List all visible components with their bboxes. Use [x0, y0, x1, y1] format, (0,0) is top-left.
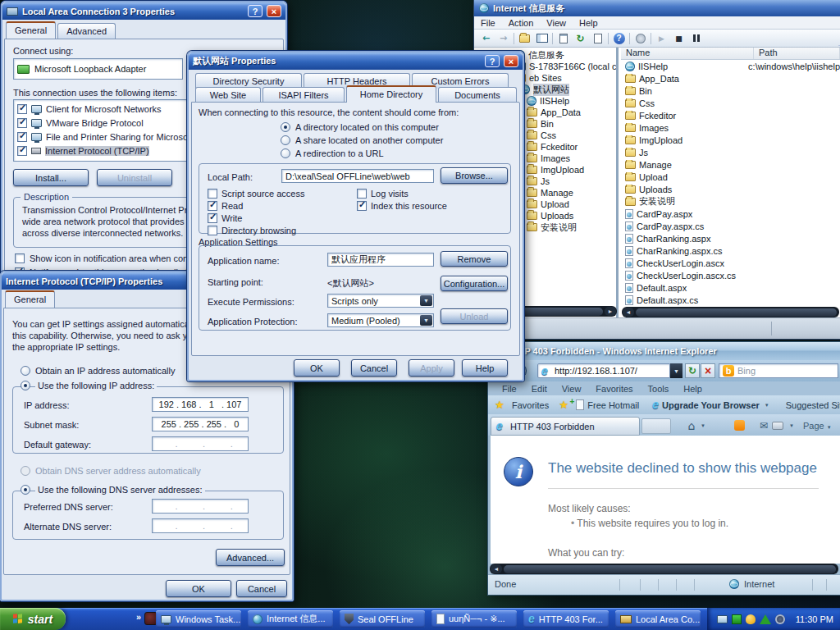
vm-status-icon[interactable] [732, 614, 742, 624]
tab[interactable]: Web Site [195, 87, 261, 103]
scroll-left-arrow[interactable] [623, 308, 634, 317]
pause-item-icon[interactable] [689, 31, 703, 45]
page-menu-button[interactable]: Page [803, 418, 832, 432]
chevron-down-icon[interactable] [788, 418, 795, 432]
quick-launch-overflow-icon[interactable] [136, 612, 141, 622]
up-folder-icon[interactable] [518, 31, 532, 45]
tab-general[interactable]: General [5, 290, 55, 308]
local-path-field[interactable]: D:\xeal\Seal OFFLine\web\web [281, 169, 434, 183]
home-icon[interactable] [685, 418, 698, 432]
connection-item-checkbox[interactable] [17, 132, 27, 142]
checkbox[interactable] [208, 201, 217, 211]
content-source-radio[interactable]: A share located on another computer [281, 134, 443, 147]
task-button[interactable]: HTTP 403 For... [523, 610, 609, 628]
site-title-bar[interactable]: 默认网站 Properties [189, 52, 523, 70]
messenger-icon[interactable] [746, 614, 756, 624]
stop-item-icon[interactable] [672, 31, 686, 45]
checkbox[interactable] [357, 189, 367, 199]
iis-title-bar[interactable]: Internet 信息服务 [474, 0, 840, 16]
properties-icon[interactable] [556, 31, 570, 45]
permission-checkbox-row[interactable]: Read [208, 199, 304, 212]
menu-item[interactable]: File [474, 18, 502, 28]
clock[interactable]: 11:30 PM [796, 614, 833, 624]
dns1-field[interactable]: . . . [152, 499, 249, 514]
list-item[interactable]: Bin [621, 84, 840, 97]
connection-item-checkbox[interactable] [17, 118, 27, 128]
content-source-radio[interactable]: A directory located on this computer [281, 121, 443, 134]
checkbox[interactable] [208, 226, 217, 235]
checkbox[interactable] [357, 201, 367, 211]
task-button[interactable]: Seal OFFLine [340, 610, 425, 628]
close-button[interactable] [267, 5, 281, 17]
list-item[interactable]: CharRanking.aspx.cs [621, 244, 840, 257]
dns2-field[interactable]: . . . [152, 518, 249, 533]
list-item[interactable]: IISHelp c:\windows\help\iishelp [621, 60, 840, 72]
stop-button[interactable] [701, 363, 715, 378]
show-tree-icon[interactable] [535, 31, 549, 45]
menu-item[interactable]: Edit [524, 384, 555, 394]
permission-checkbox-row[interactable]: Script source access [208, 187, 304, 199]
list-item[interactable]: Css [621, 97, 840, 109]
tab[interactable]: ISAPI Filters [262, 87, 345, 103]
cancel-button[interactable]: Cancel [351, 359, 397, 377]
help-button[interactable] [485, 55, 500, 67]
menu-item[interactable]: Tools [641, 384, 677, 394]
menu-item[interactable]: Favorites [588, 384, 640, 394]
task-button[interactable]: Internet 信息... [248, 610, 333, 628]
permission-checkbox-row[interactable]: Log visits [357, 187, 447, 199]
list-item[interactable]: Images [621, 121, 840, 134]
task-button[interactable]: Windows Task... [156, 610, 241, 628]
list-item[interactable]: Js [621, 146, 840, 158]
use-dns-radio[interactable] [21, 485, 30, 495]
exec-permissions-select[interactable]: Scripts only [327, 294, 434, 308]
export-list-icon[interactable] [591, 31, 605, 45]
list-item[interactable]: Uploads [621, 183, 840, 195]
list-item[interactable]: 安装说明 [621, 195, 840, 208]
address-bar[interactable]: http://192.168.1.107/ [537, 363, 670, 378]
browse-button[interactable]: Browse... [441, 167, 508, 184]
ok-button[interactable]: OK [294, 359, 340, 377]
list-item[interactable]: App_Data [621, 72, 840, 84]
list-horizontal-scrollbar[interactable] [622, 307, 839, 317]
advanced-button[interactable]: Advanced... [216, 549, 285, 566]
list-item[interactable]: Default.aspx.cs [621, 294, 840, 306]
list-item[interactable]: CheckUserLogin.ascx.cs [621, 269, 840, 281]
permission-checkbox-row[interactable]: Index this resource [357, 199, 447, 212]
close-button[interactable] [504, 55, 518, 67]
add-favorite-icon[interactable] [559, 399, 571, 411]
menu-item[interactable]: View [555, 384, 589, 394]
favorites-link[interactable]: Free Hotmail [576, 399, 639, 410]
radio-icon[interactable] [281, 135, 290, 145]
menu-item[interactable]: Action [502, 18, 541, 28]
auto-ip-radio[interactable] [21, 366, 30, 376]
list-item[interactable]: Fckeditor [621, 109, 840, 121]
help-button[interactable]: Help [462, 359, 508, 377]
vmware-tray-icon[interactable] [760, 614, 771, 624]
forward-icon[interactable] [496, 31, 510, 45]
menu-item[interactable]: File [495, 384, 524, 394]
cancel-button[interactable]: Cancel [236, 580, 287, 597]
list-item[interactable]: CheckUserLogin.ascx [621, 257, 840, 269]
favorites-button[interactable]: Favorites [512, 400, 549, 410]
refresh-button[interactable] [685, 363, 700, 378]
scrollbar-thumb[interactable] [636, 308, 837, 317]
permission-checkbox-row[interactable]: Directory browsing [208, 224, 304, 236]
favorites-link[interactable]: Upgrade Your Browser [652, 399, 769, 410]
show-icon-checkbox[interactable] [15, 253, 25, 263]
back-icon[interactable] [479, 31, 493, 45]
remove-button[interactable]: Remove [441, 251, 508, 267]
mail-icon[interactable] [757, 418, 770, 432]
lac-title-bar[interactable]: Local Area Connection 3 Properties [2, 2, 285, 20]
network-activity-icon[interactable] [717, 615, 728, 623]
list-item[interactable]: Upload [621, 171, 840, 183]
refresh-icon[interactable] [573, 31, 587, 45]
content-source-radio[interactable]: A redirection to a URL [281, 147, 443, 160]
gateway-field[interactable]: . . . [152, 436, 249, 451]
help-icon[interactable] [612, 31, 626, 45]
menu-item[interactable]: Help [573, 18, 605, 28]
radio-icon[interactable] [281, 122, 290, 132]
list-item[interactable]: CardPay.aspx.cs [621, 220, 840, 232]
scroll-left-arrow[interactable] [491, 564, 502, 573]
column-name[interactable]: Name [621, 48, 754, 59]
print-icon[interactable] [772, 418, 783, 432]
